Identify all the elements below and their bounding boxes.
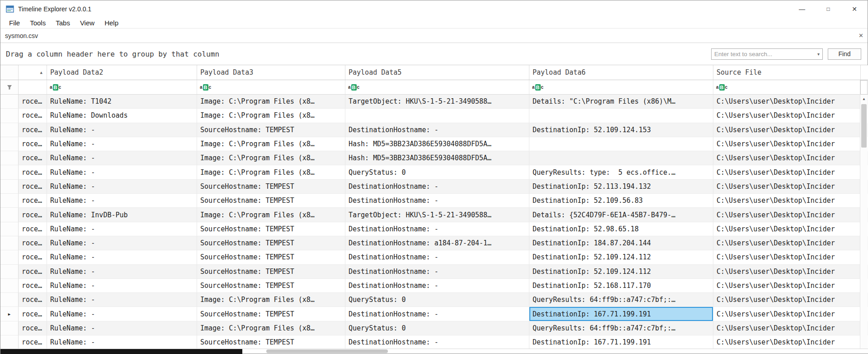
grid-cell[interactable]: RuleName: - bbox=[47, 180, 197, 194]
grid-cell[interactable]: C:\Users\user\Desktop\Incider bbox=[713, 95, 861, 109]
grid-cell[interactable]: RuleName: - bbox=[47, 236, 197, 250]
grid-cell[interactable]: DestinationHostname: - bbox=[345, 250, 529, 264]
minimize-button[interactable]: — bbox=[789, 0, 815, 18]
grid-cell[interactable]: C:\Users\user\Desktop\Incider bbox=[713, 165, 861, 179]
grid-cell[interactable]: C:\Users\user\Desktop\Incider bbox=[713, 222, 861, 236]
filter-cell[interactable]: aBc bbox=[197, 80, 345, 94]
grid-cell[interactable]: RuleName: - bbox=[47, 151, 197, 165]
grid-cell[interactable]: RuleName: - bbox=[47, 165, 197, 179]
table-row[interactable]: roce…RuleName: DownloadsImage: C:\Progra… bbox=[0, 109, 868, 123]
grid-cell[interactable]: Hash: MD5=3BB23AD386E59304088DFD5A… bbox=[345, 151, 529, 165]
table-row[interactable]: roce…RuleName: -SourceHostname: TEMPESTD… bbox=[0, 194, 868, 208]
grid-cell[interactable]: roce… bbox=[19, 208, 47, 222]
grid-cell[interactable]: roce… bbox=[19, 321, 47, 335]
grid-cell[interactable]: C:\Users\user\Desktop\Incider bbox=[713, 137, 861, 151]
close-button[interactable]: ✕ bbox=[841, 0, 868, 18]
table-row[interactable]: roce…RuleName: -SourceHostname: TEMPESTD… bbox=[0, 250, 868, 264]
grid-cell[interactable]: C:\Users\user\Desktop\Incider bbox=[713, 307, 861, 321]
filter-type-icon[interactable]: aBc bbox=[348, 84, 359, 91]
filter-type-icon[interactable]: aBc bbox=[200, 84, 211, 91]
grid-cell[interactable]: roce… bbox=[19, 109, 47, 123]
grid-cell[interactable]: RuleName: - bbox=[47, 265, 197, 279]
grid-cell[interactable]: DestinationIp: 167.71.199.191 bbox=[529, 335, 713, 349]
column-header[interactable]: Payload Data3 bbox=[197, 65, 345, 80]
table-row[interactable]: ▶roce…RuleName: -SourceHostname: TEMPEST… bbox=[0, 307, 868, 321]
table-row[interactable]: roce…RuleName: -Image: C:\Program Files … bbox=[0, 293, 868, 307]
grid-cell[interactable]: SourceHostname: TEMPEST bbox=[197, 180, 345, 194]
grid-cell[interactable]: DestinationIp: 52.168.117.170 bbox=[529, 279, 713, 293]
grid-cell[interactable] bbox=[529, 109, 713, 123]
grid-cell[interactable]: DestinationIp: 52.113.194.132 bbox=[529, 180, 713, 194]
grid-cell[interactable]: DestinationHostname: - bbox=[345, 180, 529, 194]
grid-cell[interactable]: QueryStatus: 0 bbox=[345, 165, 529, 179]
menu-tools[interactable]: Tools bbox=[25, 19, 51, 27]
grid-cell[interactable]: SourceHostname: TEMPEST bbox=[197, 123, 345, 137]
grid-cell[interactable]: TargetObject: HKU\S-1-5-21-3490588… bbox=[345, 208, 529, 222]
table-row[interactable]: roce…RuleName: -SourceHostname: TEMPESTD… bbox=[0, 265, 868, 279]
grid-cell[interactable]: SourceHostname: TEMPEST bbox=[197, 279, 345, 293]
column-header[interactable]: ▲ bbox=[19, 65, 47, 80]
table-row[interactable]: roce…RuleName: -Image: C:\Program Files … bbox=[0, 321, 868, 335]
grid-cell[interactable]: roce… bbox=[19, 165, 47, 179]
grid-cell[interactable]: DestinationHostname: - bbox=[345, 279, 529, 293]
menu-help[interactable]: Help bbox=[99, 19, 123, 27]
table-row[interactable]: roce…RuleName: -SourceHostname: TEMPESTD… bbox=[0, 236, 868, 250]
grid-cell[interactable]: C:\Users\user\Desktop\Incider bbox=[713, 180, 861, 194]
grid-cell[interactable]: roce… bbox=[19, 222, 47, 236]
filter-cell[interactable] bbox=[19, 80, 47, 94]
grid-cell[interactable]: roce… bbox=[19, 194, 47, 208]
grid-cell[interactable]: DestinationHostname: - bbox=[345, 194, 529, 208]
scroll-up-button[interactable]: ▲ bbox=[860, 95, 868, 103]
filter-type-icon[interactable]: aBc bbox=[716, 84, 727, 91]
find-button[interactable]: Find bbox=[828, 48, 861, 60]
grid-cell[interactable]: C:\Users\user\Desktop\Incider bbox=[713, 279, 861, 293]
grid-cell[interactable]: RuleName: - bbox=[47, 321, 197, 335]
filter-cell[interactable]: aBc bbox=[713, 80, 861, 94]
grid-cell[interactable]: roce… bbox=[19, 95, 47, 109]
grid-cell[interactable]: C:\Users\user\Desktop\Incider bbox=[713, 151, 861, 165]
grid-cell[interactable]: roce… bbox=[19, 123, 47, 137]
grid-cell[interactable]: C:\Users\user\Desktop\Incider bbox=[713, 109, 861, 123]
grid-cell[interactable]: C:\Users\user\Desktop\Incider bbox=[713, 321, 861, 335]
grid-cell[interactable]: SourceHostname: TEMPEST bbox=[197, 236, 345, 250]
column-header[interactable]: Payload Data6 bbox=[529, 65, 713, 80]
grid-cell[interactable]: DestinationIp: 52.109.124.153 bbox=[529, 123, 713, 137]
filter-type-icon[interactable]: aBc bbox=[532, 84, 543, 91]
horizontal-scrollbar-thumb[interactable] bbox=[266, 349, 388, 353]
grid-cell[interactable]: SourceHostname: TEMPEST bbox=[197, 335, 345, 349]
grid-cell[interactable]: C:\Users\user\Desktop\Incider bbox=[713, 208, 861, 222]
grid-cell[interactable]: QueryResults: 64:ff9b::a747:c7bf;:… bbox=[529, 321, 713, 335]
tab-sysmon-csv[interactable]: sysmon.csv bbox=[0, 29, 42, 43]
table-row[interactable]: roce…RuleName: -SourceHostname: TEMPESTD… bbox=[0, 335, 868, 349]
grid-cell[interactable]: C:\Users\user\Desktop\Incider bbox=[713, 250, 861, 264]
grid-cell[interactable]: roce… bbox=[19, 279, 47, 293]
table-row[interactable]: roce…RuleName: -Image: C:\Program Files … bbox=[0, 137, 868, 151]
grid-cell[interactable]: SourceHostname: TEMPEST bbox=[197, 307, 345, 321]
grid-cell[interactable]: Image: C:\Program Files (x8… bbox=[197, 95, 345, 109]
grid-cell[interactable]: RuleName: T1042 bbox=[47, 95, 197, 109]
grid-cell[interactable]: DestinationIp: 167.71.199.191 bbox=[529, 307, 713, 321]
grid-cell[interactable]: DestinationIp: 52.109.124.112 bbox=[529, 265, 713, 279]
grid-cell[interactable]: QueryStatus: 0 bbox=[345, 293, 529, 307]
table-row[interactable]: roce…RuleName: -SourceHostname: TEMPESTD… bbox=[0, 279, 868, 293]
grid-cell[interactable]: DestinationIp: 52.109.56.83 bbox=[529, 194, 713, 208]
grid-cell[interactable]: DestinationIp: 52.98.65.18 bbox=[529, 222, 713, 236]
grid-cell[interactable]: Image: C:\Program Files (x8… bbox=[197, 137, 345, 151]
grid-cell[interactable]: Image: C:\Program Files (x8… bbox=[197, 208, 345, 222]
table-row[interactable]: roce…RuleName: -Image: C:\Program Files … bbox=[0, 165, 868, 179]
grid-cell[interactable]: C:\Users\user\Desktop\Incider bbox=[713, 194, 861, 208]
grid-cell[interactable]: DestinationHostname: a184-87-204-1… bbox=[345, 236, 529, 250]
grid-cell[interactable]: roce… bbox=[19, 265, 47, 279]
grid-cell[interactable]: Image: C:\Program Files (x8… bbox=[197, 293, 345, 307]
filter-type-icon[interactable]: aBc bbox=[50, 84, 61, 91]
menu-file[interactable]: File bbox=[4, 19, 25, 27]
grid-cell[interactable]: SourceHostname: TEMPEST bbox=[197, 222, 345, 236]
grid-cell[interactable]: RuleName: - bbox=[47, 307, 197, 321]
grid-cell[interactable]: RuleName: - bbox=[47, 222, 197, 236]
column-header[interactable]: Payload Data5 bbox=[345, 65, 529, 80]
grid-cell[interactable]: RuleName: - bbox=[47, 137, 197, 151]
grid-cell[interactable]: QueryResults: 64:ff9b::a747:c7bf;:… bbox=[529, 293, 713, 307]
filter-cell[interactable]: aBc bbox=[529, 80, 713, 94]
grid-cell[interactable]: roce… bbox=[19, 236, 47, 250]
table-row[interactable]: roce…RuleName: T1042Image: C:\Program Fi… bbox=[0, 95, 868, 109]
